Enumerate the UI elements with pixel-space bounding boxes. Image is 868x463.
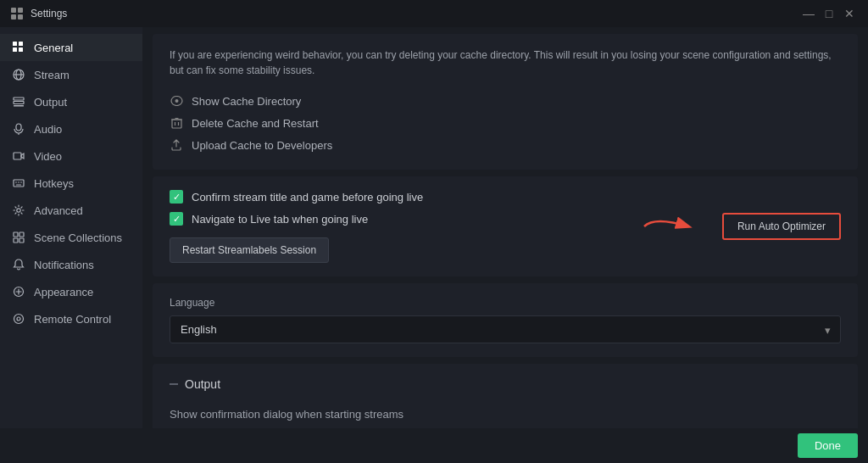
appearance-icon xyxy=(12,285,25,298)
sidebar-item-general[interactable]: General xyxy=(0,34,142,61)
svg-rect-11 xyxy=(14,98,24,100)
hotkeys-icon xyxy=(12,176,25,190)
svg-rect-6 xyxy=(13,47,17,52)
sidebar-item-remote-control[interactable]: Remote Control xyxy=(0,305,142,332)
show-cache-label: Show Cache Directory xyxy=(192,95,301,108)
minimize-button[interactable]: — xyxy=(800,5,817,22)
sidebar-item-audio-label: Audio xyxy=(34,123,62,136)
upload-icon xyxy=(170,138,183,152)
titlebar-controls: — □ ✕ xyxy=(800,5,858,22)
svg-rect-14 xyxy=(16,124,21,131)
svg-point-29 xyxy=(17,317,20,321)
confirm-title-checkbox[interactable] xyxy=(170,190,183,204)
layers-icon xyxy=(12,95,25,109)
red-arrow-icon xyxy=(637,209,705,243)
svg-rect-26 xyxy=(19,238,24,243)
sidebar-item-video[interactable]: Video xyxy=(0,142,142,170)
gear-icon xyxy=(12,204,25,217)
delete-cache-action[interactable]: Delete Cache and Restart xyxy=(170,112,841,134)
main-layout: General Stream Output Audio Video xyxy=(0,27,868,428)
done-button[interactable]: Done xyxy=(798,433,858,458)
svg-rect-23 xyxy=(14,232,18,237)
footer: Done xyxy=(0,428,868,463)
bell-icon xyxy=(12,258,25,271)
svg-rect-16 xyxy=(14,153,21,159)
language-select-wrapper: English French German Spanish Japanese K… xyxy=(170,315,841,343)
svg-rect-5 xyxy=(19,42,23,46)
delete-cache-label: Delete Cache and Restart xyxy=(192,117,319,130)
output-title: Output xyxy=(185,377,220,391)
sidebar-item-scene-collections-label: Scene Collections xyxy=(34,232,122,244)
maximize-button[interactable]: □ xyxy=(821,5,837,22)
svg-rect-24 xyxy=(19,232,24,237)
svg-rect-7 xyxy=(19,47,23,52)
svg-rect-1 xyxy=(18,8,23,13)
navigate-live-checkbox[interactable] xyxy=(170,212,183,226)
close-button[interactable]: ✕ xyxy=(841,5,858,22)
sidebar-item-scene-collections[interactable]: Scene Collections xyxy=(0,224,142,251)
audio-icon xyxy=(12,122,25,136)
svg-rect-32 xyxy=(172,120,181,128)
app-icon xyxy=(10,7,24,20)
restart-streamlabels-button[interactable]: Restart Streamlabels Session xyxy=(170,237,329,263)
sidebar-item-appearance[interactable]: Appearance xyxy=(0,278,142,305)
output-header: Output xyxy=(170,377,841,391)
svg-point-28 xyxy=(14,315,24,324)
titlebar-title: Settings xyxy=(31,8,67,20)
run-auto-optimizer-button[interactable]: Run Auto Optimizer xyxy=(722,213,841,240)
eye-icon xyxy=(170,94,183,108)
navigate-live-label: Navigate to Live tab when going live xyxy=(192,213,368,226)
output-item-confirm-start[interactable]: Show confirmation dialog when starting s… xyxy=(170,403,841,426)
upload-cache-action[interactable]: Upload Cache to Developers xyxy=(170,134,841,156)
sidebar-item-remote-control-label: Remote Control xyxy=(34,313,111,326)
stream-section: Confirm stream title and game before goi… xyxy=(153,176,858,276)
remote-icon xyxy=(12,312,25,326)
cache-section: If you are experiencing weird behavior, … xyxy=(153,34,858,170)
language-label: Language xyxy=(170,297,841,309)
sidebar-item-notifications-label: Notifications xyxy=(34,259,94,271)
svg-point-22 xyxy=(17,209,20,212)
svg-rect-0 xyxy=(11,8,16,13)
svg-rect-25 xyxy=(14,238,18,243)
sidebar-item-advanced-label: Advanced xyxy=(34,204,83,217)
sidebar-item-advanced[interactable]: Advanced xyxy=(0,197,142,224)
sidebar-item-video-label: Video xyxy=(34,150,62,163)
trash-icon xyxy=(170,116,183,130)
svg-rect-17 xyxy=(14,180,24,187)
sidebar-item-audio[interactable]: Audio xyxy=(0,115,142,142)
cache-description: If you are experiencing weird behavior, … xyxy=(170,47,841,78)
output-dash-icon xyxy=(170,383,178,385)
sidebar: General Stream Output Audio Video xyxy=(0,27,142,428)
sidebar-item-output[interactable]: Output xyxy=(0,88,142,115)
titlebar-left: Settings xyxy=(10,7,67,20)
confirm-title-label: Confirm stream title and game before goi… xyxy=(192,191,423,204)
svg-rect-3 xyxy=(18,14,23,20)
show-cache-action[interactable]: Show Cache Directory xyxy=(170,90,841,112)
sidebar-item-appearance-label: Appearance xyxy=(34,286,93,298)
upload-cache-label: Upload Cache to Developers xyxy=(192,139,332,152)
video-icon xyxy=(12,149,25,163)
checkbox-rows: Confirm stream title and game before goi… xyxy=(170,190,423,263)
svg-point-31 xyxy=(175,99,178,103)
sidebar-item-output-label: Output xyxy=(34,96,67,109)
language-select[interactable]: English French German Spanish Japanese K… xyxy=(170,315,841,343)
confirm-title-row: Confirm stream title and game before goi… xyxy=(170,190,423,204)
svg-rect-13 xyxy=(14,105,24,107)
optimizer-area: Run Auto Optimizer xyxy=(637,209,841,243)
svg-rect-4 xyxy=(13,42,17,46)
language-section: Language English French German Spanish J… xyxy=(153,283,858,357)
svg-rect-2 xyxy=(11,14,16,20)
output-section: Output Show confirmation dialog when sta… xyxy=(153,364,858,428)
svg-rect-12 xyxy=(14,102,24,104)
grid-icon xyxy=(12,41,25,54)
sidebar-item-notifications[interactable]: Notifications xyxy=(0,251,142,278)
sidebar-item-hotkeys-label: Hotkeys xyxy=(34,177,74,190)
sidebar-item-hotkeys[interactable]: Hotkeys xyxy=(0,170,142,197)
content-area: If you are experiencing weird behavior, … xyxy=(142,27,868,428)
scenes-icon xyxy=(12,231,25,244)
sidebar-item-stream[interactable]: Stream xyxy=(0,61,142,88)
sidebar-item-stream-label: Stream xyxy=(34,69,70,81)
globe-icon xyxy=(12,68,25,81)
navigate-live-row: Navigate to Live tab when going live xyxy=(170,212,423,226)
titlebar: Settings — □ ✕ xyxy=(0,0,868,27)
